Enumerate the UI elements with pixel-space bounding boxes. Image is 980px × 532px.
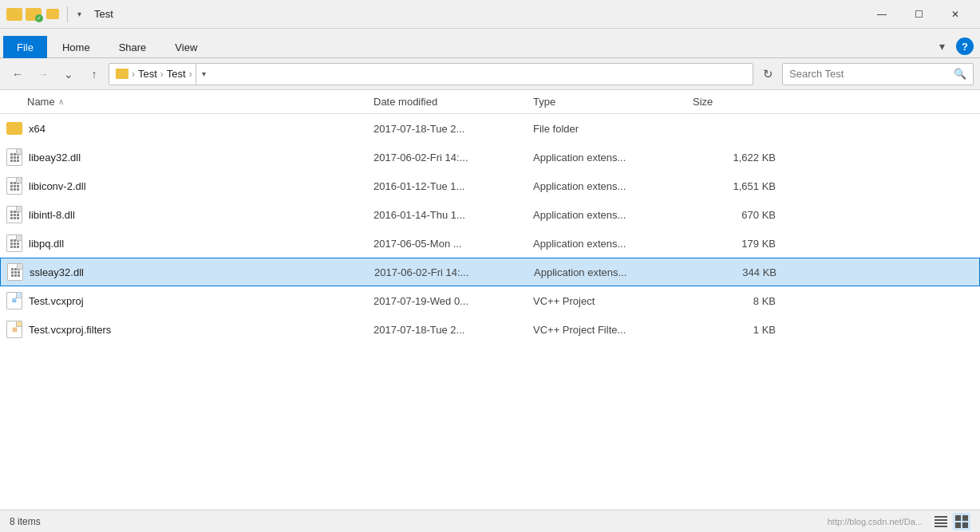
folder-icon-2 <box>26 6 41 22</box>
title-divider <box>67 6 68 22</box>
file-date: 2017-07-19-Wed 0... <box>373 295 533 307</box>
tab-file[interactable]: File <box>3 36 47 58</box>
col-header-type[interactable]: Type <box>533 96 693 108</box>
path-dropdown-button[interactable]: ▾ <box>196 63 211 85</box>
search-box[interactable]: 🔍 <box>782 63 974 85</box>
file-type: File folder <box>533 123 693 135</box>
table-row[interactable]: libpq.dll 2017-06-05-Mon ... Application… <box>0 229 980 258</box>
file-name: libintl-8.dll <box>6 206 373 223</box>
file-name: libeay32.dll <box>6 148 373 166</box>
vcxproj-icon: ⊞ <box>6 292 22 309</box>
refresh-button[interactable]: ↻ <box>757 63 779 85</box>
forward-button[interactable]: → <box>32 63 54 85</box>
column-headers: Name ∧ Date modified Type Size <box>0 90 980 114</box>
filter-icon: ⊞ <box>6 321 22 338</box>
file-size: 1,622 KB <box>693 152 788 164</box>
table-row[interactable]: ⊞ Test.vcxproj.filters 2017-07-18-Tue 2.… <box>0 315 980 344</box>
quick-access-dropdown[interactable]: ▾ <box>74 8 85 20</box>
dll-icon <box>6 177 22 195</box>
file-type: VC++ Project Filte... <box>533 324 693 336</box>
file-name: libiconv-2.dll <box>6 177 373 195</box>
file-size: 1 KB <box>693 324 788 336</box>
svg-rect-3 <box>935 526 947 527</box>
table-row[interactable]: libiconv-2.dll 2016-01-12-Tue 1... Appli… <box>0 171 980 200</box>
file-date: 2017-07-18-Tue 2... <box>373 123 533 135</box>
dll-icon <box>6 206 22 223</box>
file-name-text: libiconv-2.dll <box>29 180 86 192</box>
address-path[interactable]: › Test › Test › ▾ <box>109 63 753 85</box>
file-type: Application extens... <box>533 238 693 250</box>
table-row[interactable]: ssleay32.dll 2017-06-02-Fri 14:... Appli… <box>0 258 980 286</box>
file-date: 2017-06-02-Fri 14:... <box>373 152 533 164</box>
tab-view[interactable]: View <box>161 36 211 58</box>
col-header-date[interactable]: Date modified <box>373 96 533 108</box>
path-segment-2[interactable]: Test <box>167 68 186 80</box>
back-button[interactable]: ← <box>6 63 29 85</box>
maximize-button[interactable]: ☐ <box>900 0 937 29</box>
file-date: 2017-06-02-Fri 14:... <box>374 266 534 278</box>
table-row[interactable]: libeay32.dll 2017-06-02-Fri 14:... Appli… <box>0 143 980 171</box>
svg-rect-4 <box>955 515 961 521</box>
table-row[interactable]: ⊞ Test.vcxproj 2017-07-19-Wed 0... VC++ … <box>0 286 980 315</box>
path-segment-1[interactable]: Test <box>138 68 157 80</box>
file-name-text: x64 <box>29 123 45 135</box>
minimize-button[interactable]: — <box>863 0 900 29</box>
file-size: 1,651 KB <box>693 180 788 192</box>
table-row[interactable]: libintl-8.dll 2016-01-14-Thu 1... Applic… <box>0 200 980 229</box>
file-size: 8 KB <box>693 295 788 307</box>
title-bar-icons: ▾ <box>6 6 85 22</box>
watermark: http://blog.csdn.net/Da... <box>828 517 923 526</box>
items-count: 8 items <box>10 516 41 527</box>
folder-icon-3 <box>45 6 61 22</box>
up-button[interactable]: ↑ <box>83 63 105 85</box>
file-type: VC++ Project <box>533 295 693 307</box>
file-name: x64 <box>6 122 373 135</box>
file-name-text: Test.vcxproj <box>29 295 84 307</box>
list-view-button[interactable] <box>953 513 970 530</box>
recent-locations-button[interactable]: ⌄ <box>57 63 80 85</box>
table-row[interactable]: x64 2017-07-18-Tue 2... File folder <box>0 114 980 143</box>
ribbon-tab-bar: File Home Share View ▾ ? <box>0 29 980 57</box>
tab-share[interactable]: Share <box>105 36 160 58</box>
status-right: http://blog.csdn.net/Da... <box>828 513 970 530</box>
close-button[interactable]: ✕ <box>937 0 974 29</box>
file-name-text: Test.vcxproj.filters <box>29 324 111 336</box>
file-name-text: ssleay32.dll <box>30 266 84 278</box>
svg-rect-0 <box>935 516 947 518</box>
file-name-text: libeay32.dll <box>29 152 81 164</box>
file-name-text: libpq.dll <box>29 238 64 250</box>
file-type: Application extens... <box>534 266 694 278</box>
ribbon: File Home Share View ▾ ? <box>0 29 980 58</box>
col-header-name[interactable]: Name ∧ <box>6 96 373 108</box>
file-name: libpq.dll <box>6 234 373 252</box>
svg-rect-7 <box>962 522 968 528</box>
path-separator-1: › <box>132 69 135 80</box>
path-separator-3: › <box>189 69 192 80</box>
file-date: 2016-01-14-Thu 1... <box>373 209 533 221</box>
file-type: Application extens... <box>533 180 693 192</box>
dll-icon <box>7 263 23 281</box>
dll-icon <box>6 148 22 166</box>
window-controls: — ☐ ✕ <box>863 0 974 29</box>
dll-icon <box>6 234 22 252</box>
ribbon-right-controls: ▾ ? <box>931 35 977 57</box>
sort-arrow-name: ∧ <box>58 97 64 106</box>
svg-rect-1 <box>935 519 947 521</box>
help-button[interactable]: ? <box>956 37 974 55</box>
file-size: 344 KB <box>694 266 789 278</box>
file-name-text: libintl-8.dll <box>29 209 75 221</box>
ribbon-collapse-button[interactable]: ▾ <box>931 35 953 57</box>
tab-home[interactable]: Home <box>49 36 104 58</box>
status-bar: 8 items http://blog.csdn.net/Da... <box>0 510 980 532</box>
window-title: Test <box>94 8 863 20</box>
main-content: Name ∧ Date modified Type Size x64 2017-… <box>0 90 980 510</box>
file-size: 670 KB <box>693 209 788 221</box>
file-type: Application extens... <box>533 152 693 164</box>
folder-icon <box>6 122 22 135</box>
search-input[interactable] <box>789 68 950 80</box>
details-view-button[interactable] <box>932 513 950 530</box>
search-icon[interactable]: 🔍 <box>954 68 966 80</box>
file-date: 2016-01-12-Tue 1... <box>373 180 533 192</box>
file-size: 179 KB <box>693 238 788 250</box>
col-header-size[interactable]: Size <box>693 96 788 108</box>
